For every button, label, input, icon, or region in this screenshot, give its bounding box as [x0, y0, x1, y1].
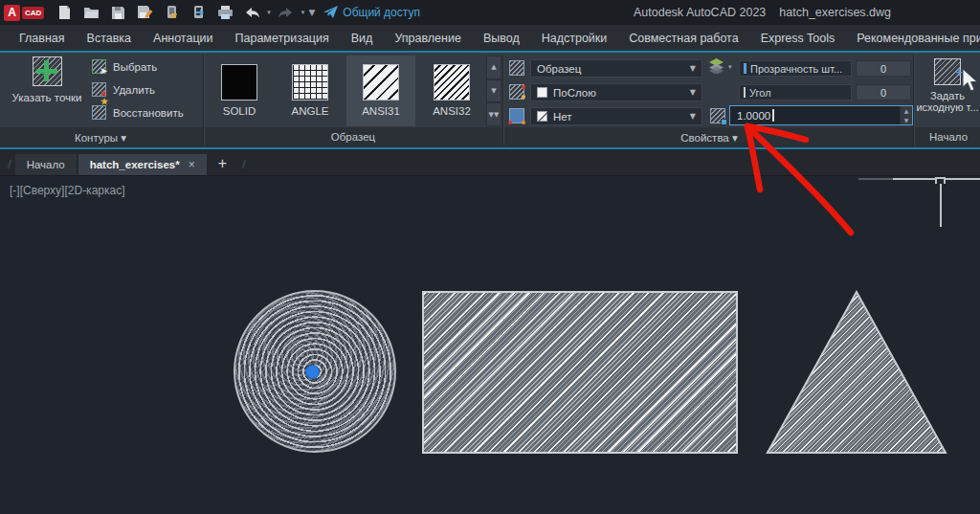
hatched-triangle[interactable]	[766, 290, 947, 455]
autocad-logo-icon[interactable]: A CAD	[4, 5, 44, 21]
ribbon-tab-bar: ГлавнаяВставкаАннотацииПараметризацияВид…	[0, 25, 980, 51]
pick-points-icon	[33, 56, 62, 86]
spinner-down-icon[interactable]: ▼	[901, 116, 912, 125]
scale-field[interactable]: 1.0000 ▲ ▼	[729, 105, 913, 125]
logo-cad: CAD	[22, 7, 44, 19]
angle-slider[interactable]	[744, 87, 746, 98]
share-button[interactable]: Общий доступ	[323, 6, 420, 19]
color-swatch	[537, 87, 547, 98]
swatch-label: ANSI31	[362, 105, 400, 117]
ribbon-tab-7[interactable]: Вывод	[483, 32, 520, 45]
hatch-type-dropdown[interactable]: Образец ▼	[530, 59, 702, 78]
window-title: Autodesk AutoCAD 2023 hatch_exercises.dw…	[634, 6, 891, 19]
ribbon-tab-4[interactable]: Параметризация	[235, 32, 329, 45]
delete-button[interactable]: ✕ Удалить	[92, 82, 155, 97]
delete-label: Удалить	[113, 84, 155, 96]
gallery-down-icon[interactable]: ▼	[486, 79, 501, 103]
ribbon-tab-9[interactable]: Совместная работа	[629, 32, 738, 45]
plot-device-icon[interactable]	[159, 2, 184, 23]
restore-button[interactable]: ★ Восстановить	[92, 105, 184, 120]
drawing-line[interactable]	[858, 178, 893, 180]
chevron-down-icon: ▼	[690, 88, 696, 97]
transparency-value[interactable]: 0	[856, 60, 911, 77]
logo-a: A	[4, 5, 20, 21]
drawing-line[interactable]	[940, 183, 942, 227]
close-icon[interactable]: ×	[189, 158, 195, 171]
scale-value: 1.0000	[730, 110, 770, 122]
ribbon-tab-3[interactable]: Аннотации	[153, 32, 212, 45]
app-title: Autodesk AutoCAD 2023	[634, 6, 766, 19]
autocad-window: A CAD	[0, 0, 980, 514]
gallery-up-icon[interactable]: ▲	[486, 56, 501, 79]
pick-points-button[interactable]: Указать точки	[8, 56, 86, 114]
restore-icon: ★	[92, 105, 106, 120]
chevron-down-icon: ▼	[690, 64, 696, 73]
transparency-control[interactable]: Прозрачность шт...	[739, 60, 852, 77]
drawing-notch[interactable]	[935, 177, 946, 184]
angle-value[interactable]: 0	[856, 84, 911, 101]
pattern-swatch-ansi31[interactable]: ANSI31	[346, 56, 415, 126]
tab-divider: /	[8, 157, 11, 171]
file-tab-active[interactable]: hatch_exercises* ×	[78, 154, 207, 175]
angle-control[interactable]: Угол	[739, 84, 852, 101]
restore-label: Восстановить	[113, 107, 184, 119]
pattern-swatch-ansi32[interactable]: ANSI32	[417, 56, 486, 126]
transparency-label: Прозрачность шт...	[750, 63, 842, 75]
panel-separator	[203, 55, 204, 145]
layers-caret-icon[interactable]: ▾	[728, 63, 732, 71]
open-folder-icon[interactable]	[78, 2, 103, 23]
tab-divider: /	[242, 157, 246, 171]
transfer-icon[interactable]	[186, 2, 211, 23]
chevron-down-icon: ▼	[690, 112, 696, 121]
redo-caret-icon[interactable]: ▾	[301, 9, 305, 16]
save-icon[interactable]	[105, 2, 130, 23]
undo-caret-icon[interactable]: ▾	[267, 9, 271, 16]
ribbon-tab-5[interactable]: Вид	[351, 32, 373, 45]
hatched-rectangle[interactable]	[422, 291, 738, 454]
swatch-preview	[221, 64, 257, 101]
pattern-panel-label[interactable]: Образец	[291, 131, 415, 143]
properties-panel-label[interactable]: Свойства ▾	[647, 131, 771, 145]
customize-caret-icon[interactable]: ▼	[308, 8, 315, 17]
background-color-value: Нет	[553, 111, 684, 123]
ribbon-tab-10[interactable]: Express Tools	[761, 32, 835, 45]
new-file-icon[interactable]	[52, 2, 77, 23]
quick-access-toolbar: A CAD	[4, 2, 420, 23]
pattern-gallery-scrollbar: ▲ ▼ ▼▼	[486, 56, 501, 126]
ribbon-tab-6[interactable]: Управление	[394, 32, 461, 45]
background-color-icon	[509, 108, 524, 123]
gallery-expand-icon[interactable]: ▼▼	[486, 102, 501, 126]
select-icon: ➤	[92, 59, 106, 74]
swatch-preview	[363, 64, 399, 101]
file-tab-start[interactable]: Начало	[15, 154, 77, 175]
hatch-scale-icon	[710, 108, 725, 123]
layers-icon[interactable]	[708, 58, 724, 78]
pattern-swatch-solid[interactable]: SOLID	[205, 56, 274, 126]
new-tab-button[interactable]: +	[218, 155, 227, 172]
set-origin-button[interactable]: + Задать исходную т...	[915, 56, 980, 124]
ribbon-tab-8[interactable]: Надстройки	[542, 32, 608, 45]
save-as-icon[interactable]	[132, 2, 157, 23]
select-button[interactable]: ➤ Выбрать	[92, 59, 157, 74]
background-color-dropdown[interactable]: Нет ▼	[530, 107, 702, 125]
titlebar: A CAD	[0, 0, 980, 25]
redo-icon[interactable]	[274, 2, 299, 23]
ribbon-tab-1[interactable]: Главная	[19, 32, 65, 45]
none-swatch	[537, 111, 547, 122]
pattern-swatch-angle[interactable]: ANGLE	[276, 56, 345, 126]
hatch-color-dropdown[interactable]: ПоСлою ▼	[530, 83, 702, 101]
undo-icon[interactable]	[239, 2, 264, 23]
contours-panel-label[interactable]: Контуры ▾	[38, 131, 163, 145]
hatch-type-value: Образец	[537, 63, 684, 75]
grip-point[interactable]	[305, 365, 320, 379]
origin-panel-label: Начало	[917, 131, 980, 143]
delete-icon: ✕	[92, 82, 106, 97]
viewport-controls[interactable]: [-][Сверху][2D-каркас]	[10, 184, 125, 197]
hatch-type-icon	[509, 60, 524, 76]
ribbon-tab-2[interactable]: Вставка	[87, 32, 131, 45]
swatch-label: ANSI32	[433, 105, 471, 117]
print-icon[interactable]	[212, 2, 237, 23]
transparency-slider[interactable]	[744, 63, 746, 74]
panel-separator	[502, 55, 503, 145]
ribbon-tab-11[interactable]: Рекомендованные приложения	[857, 32, 980, 45]
